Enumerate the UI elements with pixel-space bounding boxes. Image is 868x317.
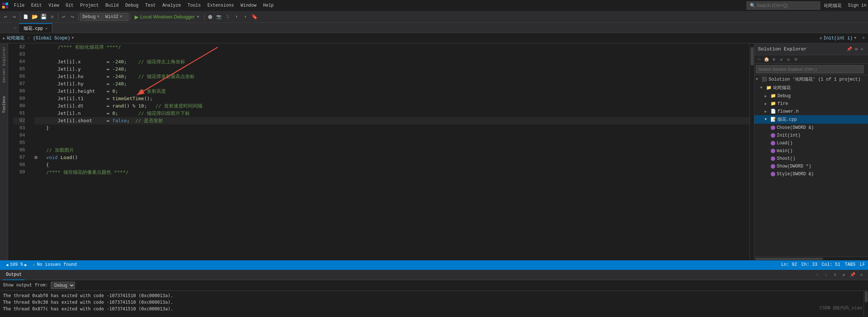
se-filter-button[interactable]: ⚙ [770,56,777,63]
toolbar: ↩ ↪ 📄 📂 💾 ⊡ ↩ ↪ Debug ▼ Win32 ▼ ▶ Local … [0,11,868,23]
se-collapse-button[interactable]: ⊟ [793,56,799,63]
se-pin-button[interactable]: 📌 [846,46,853,53]
se-refresh-button[interactable]: ↺ [778,56,784,63]
zoom-increase-icon[interactable]: ▶ [25,263,27,267]
editor-scrollbar[interactable] [750,43,754,260]
menu-file[interactable]: File [11,1,28,10]
breakpoint-button[interactable]: ⬤ [206,13,214,21]
issues-text: No issues found [37,262,77,267]
issues-indicator[interactable]: ✔ No issues found [30,262,79,268]
se-flower-h-item[interactable]: ▶ 📄 flower.h [754,108,868,115]
app-logo [1,2,9,9]
se-yanhua-cpp-item[interactable]: ▼ 📝 烟花.cpp [754,115,868,124]
output-scrollbar-thumb[interactable] [865,291,868,302]
svg-rect-2 [2,6,5,8]
show-func-icon: ⬤ [770,163,775,169]
menu-window[interactable]: Window [238,1,259,10]
se-debug-folder[interactable]: ▶ 📁 Debug [754,92,868,100]
output-clear-button[interactable]: ↑ [814,271,821,279]
save-all-button[interactable]: ⊡ [48,13,56,21]
nav-project[interactable]: ▶ 叱咤烟花 [0,35,27,41]
se-fire-folder[interactable]: ▶ 📁 fire [754,100,868,108]
se-chose-item[interactable]: ⬤ Chose(DWORD &) [754,124,868,131]
start-debugger-button[interactable]: ▶ Local Windows Debugger ▼ [132,13,203,21]
step-over-button[interactable]: ⤵ [224,13,232,21]
menu-analyze[interactable]: Analyze [159,1,184,10]
menu-build[interactable]: Build [102,1,121,10]
output-wrap-button[interactable]: ⇄ [840,271,847,279]
se-scrollbar-thumb[interactable] [755,258,823,260]
code-content[interactable]: /**** 初始化烟花弹 ****/ Jet[i].x = -240; // 烟… [29,43,750,260]
ln-92: 92 [13,117,25,124]
se-search-input[interactable] [756,65,864,73]
debug-config-dropdown[interactable]: Debug ▼ [80,13,102,21]
output-source-dropdown[interactable]: Debug [51,282,75,289]
se-home-button[interactable]: 🏠 [763,56,770,63]
ln-98: 98 [13,161,25,169]
vertical-tab-toggle[interactable]: ⌂ [11,22,19,33]
open-button[interactable]: 📂 [31,13,39,21]
undo-button[interactable]: ↩ [60,13,68,21]
code-editor: 82 83 84 85 86 87 88 89 90 91 92 93 94 9… [8,43,754,260]
step-out-button[interactable]: ⬆ [241,13,249,21]
output-filter-button[interactable]: ≡ [831,271,839,279]
menu-search-box[interactable]: 🔍 [747,1,820,10]
output-pin-button[interactable]: 📌 [849,271,856,279]
platform-dropdown[interactable]: Win32 ▼ [103,13,128,21]
output-tab[interactable]: Output [3,270,25,280]
tab-yanhua-cpp[interactable]: 烟花.cpp ✕ [19,23,52,33]
menu-extensions[interactable]: Extensions [205,1,237,10]
menu-tools[interactable]: Tools [185,1,204,10]
sign-in-link[interactable]: Sign in [848,3,867,8]
save-button[interactable]: 💾 [39,13,47,21]
nav-function[interactable]: ⚙ Init(int i) ▼ [816,36,859,41]
tab-close-button[interactable]: ✕ [45,26,48,31]
editor-scrollbar-thumb[interactable] [751,47,754,66]
menu-view[interactable]: View [46,1,62,10]
output-scrollbar[interactable] [864,291,868,317]
back-button[interactable]: ↩ [1,13,10,21]
se-scrollbar[interactable] [754,257,868,260]
style-func-icon: ⬤ [770,171,775,177]
nav-scope[interactable]: (Global Scope) ▼ [30,36,77,41]
forward-button[interactable]: ↪ [10,13,18,21]
output-line-3: The thread 0x877c has exited with code -… [3,306,861,312]
se-settings-button[interactable]: ⚙ [854,46,859,53]
side-panel-tabs: Server Explorer Toolbox [0,43,8,260]
se-show-item[interactable]: ⬤ Show(DWORD *) [754,162,868,170]
se-main-label: main() [777,148,793,154]
screenshot-button[interactable]: 📷 [215,13,223,21]
menu-project[interactable]: Project [77,1,102,10]
menu-git[interactable]: Git [63,1,77,10]
nav-add-button[interactable]: + [859,35,868,41]
server-explorer-tab[interactable]: Server Explorer [0,43,8,86]
menu-edit[interactable]: Edit [28,1,45,10]
menu-test[interactable]: Test [142,1,159,10]
se-main-item[interactable]: ⬤ main() [754,147,868,155]
toolbar-sep-5 [204,13,205,21]
output-close-button[interactable]: ✕ [858,271,865,279]
se-refresh2-button[interactable]: ↻ [785,56,792,63]
se-style-item[interactable]: ⬤ Style(DWORD &) [754,170,868,178]
output-scroll-up-button[interactable]: ↓ [822,271,830,279]
ln-83: 83 [13,51,25,58]
menu-debug[interactable]: Debug [122,1,141,10]
se-shoot-item[interactable]: ⬤ Shoot() [754,155,868,162]
zoom-control[interactable]: ◀ 109 % ▶ [3,262,30,267]
se-sync-button[interactable]: ↔ [756,56,762,63]
redo-button[interactable]: ↪ [68,13,77,21]
se-init-item[interactable]: ⬤ Init(int) [754,131,868,139]
se-solution-item[interactable]: ▼ ⬛ Solution '叱咤烟花' (1 of 1 project) [754,75,868,84]
se-load-item[interactable]: ⬤ Load() [754,139,868,147]
se-fire-label: fire [777,101,788,106]
zoom-decrease-icon[interactable]: ◀ [6,263,8,267]
menu-help[interactable]: Help [260,1,277,10]
new-file-button[interactable]: 📄 [22,13,30,21]
menu-search-input[interactable] [757,3,816,8]
bookmark-button[interactable]: 🔖 [250,13,258,21]
ln-94: 94 [13,132,25,139]
step-in-button[interactable]: ⬇ [233,13,241,21]
se-project-item[interactable]: ▼ 📁 叱咤烟花 [754,84,868,92]
se-close-button[interactable]: ✕ [860,46,864,53]
toolbox-tab[interactable]: Toolbox [0,93,8,116]
